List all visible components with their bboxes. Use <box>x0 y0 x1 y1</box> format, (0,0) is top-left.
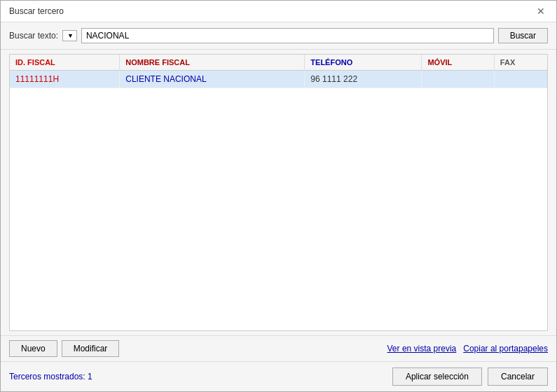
table-header: ID. FISCAL NOMBRE FISCAL TELÉFONO MÓVIL … <box>10 55 547 71</box>
aplicar-seleccion-button[interactable]: Aplicar selección <box>392 368 482 386</box>
search-button[interactable]: Buscar <box>498 28 548 43</box>
bottom-bar: Nuevo Modificar Ver en vista previa Copi… <box>1 335 556 361</box>
search-type-dropdown[interactable]: ▼ <box>62 30 77 41</box>
terceros-label: Terceros mostrados: <box>9 372 85 382</box>
col-header-fax: FAX <box>494 55 547 71</box>
buscar-tercero-dialog: Buscar tercero ✕ Buscar texto: ▼ Buscar … <box>0 0 557 392</box>
table-header-row: ID. FISCAL NOMBRE FISCAL TELÉFONO MÓVIL … <box>10 55 547 71</box>
col-header-nombre-fiscal: NOMBRE FISCAL <box>120 55 305 71</box>
terceros-count-label: Terceros mostrados: 1 <box>9 372 92 382</box>
links-area: Ver en vista previa Copiar al portapapel… <box>387 344 548 354</box>
cancelar-button[interactable]: Cancelar <box>488 368 548 386</box>
results-table-container: ID. FISCAL NOMBRE FISCAL TELÉFONO MÓVIL … <box>9 54 548 331</box>
vista-previa-link[interactable]: Ver en vista previa <box>387 344 457 354</box>
search-input[interactable] <box>81 28 494 43</box>
modificar-button[interactable]: Modificar <box>62 340 120 357</box>
table-row[interactable]: 11111111H CLIENTE NACIONAL 96 1111 222 <box>10 71 547 88</box>
close-button[interactable]: ✕ <box>534 6 548 16</box>
cell-fax <box>494 71 547 88</box>
footer-bar: Terceros mostrados: 1 Aplicar selección … <box>1 361 556 391</box>
cell-movil <box>422 71 494 88</box>
table-body: 11111111H CLIENTE NACIONAL 96 1111 222 <box>10 71 547 88</box>
action-buttons: Nuevo Modificar <box>9 340 119 357</box>
terceros-count-value: 1 <box>88 372 92 382</box>
cell-telefono: 96 1111 222 <box>305 71 422 88</box>
search-label: Buscar texto: <box>9 31 58 41</box>
cell-id-fiscal: 11111111H <box>10 71 120 88</box>
col-header-movil: MÓVIL <box>422 55 494 71</box>
search-bar: Buscar texto: ▼ Buscar <box>1 22 556 50</box>
results-table: ID. FISCAL NOMBRE FISCAL TELÉFONO MÓVIL … <box>10 55 547 88</box>
dialog-title: Buscar tercero <box>9 6 64 16</box>
nuevo-button[interactable]: Nuevo <box>9 340 57 357</box>
portapapeles-link[interactable]: Copiar al portapapeles <box>463 344 548 354</box>
chevron-down-icon: ▼ <box>67 32 74 39</box>
cell-nombre-fiscal: CLIENTE NACIONAL <box>120 71 305 88</box>
title-bar: Buscar tercero ✕ <box>1 1 556 22</box>
col-header-id-fiscal: ID. FISCAL <box>10 55 120 71</box>
footer-buttons: Aplicar selección Cancelar <box>392 368 548 386</box>
col-header-telefono: TELÉFONO <box>305 55 422 71</box>
